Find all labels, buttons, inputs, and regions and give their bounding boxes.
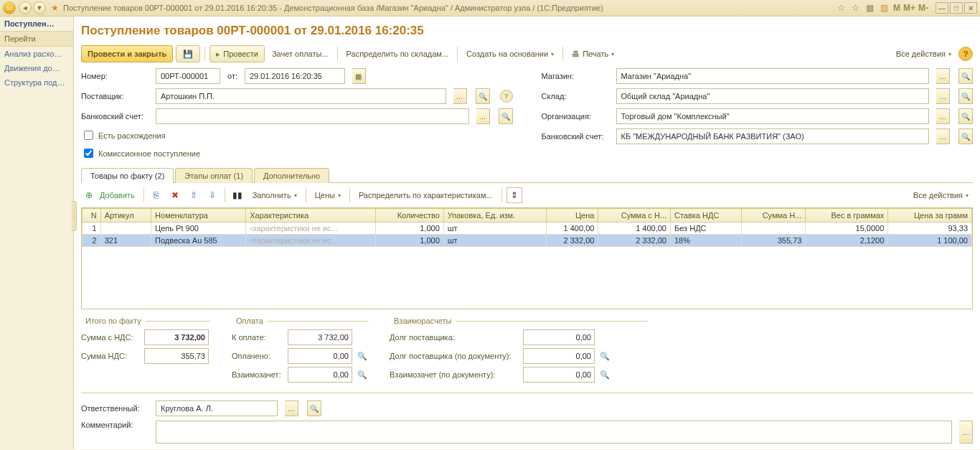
bank2-open-button[interactable]: 🔍 [958,128,973,144]
fav-icon[interactable]: ☆ [836,2,847,14]
store-field[interactable] [616,68,930,84]
sidebar-item-receipt[interactable]: Поступлен… [0,17,73,31]
app-logo[interactable]: 1c [3,1,16,14]
bank-account-field[interactable] [156,108,469,124]
label-has-discrepancy: Есть расхождения [98,131,166,140]
calc-icon[interactable]: ▦ [864,2,876,14]
comment-expand-button[interactable]: … [959,421,973,444]
nav-back-button[interactable]: ◄ [19,1,32,14]
sidebar-item-analysis[interactable]: Анализ расхо… [0,47,73,61]
fav2-icon[interactable]: ☆ [850,2,862,14]
sidebar-collapse-handle[interactable]: ⋮ [72,201,77,231]
table-row[interactable]: 1Цепь Pt 900‹характеристики не ис...1,00… [83,222,972,235]
col-header[interactable]: N [83,209,101,222]
supplier-hint-icon[interactable]: ? [500,90,513,103]
tab-extra[interactable]: Дополнительно [254,168,329,183]
move-up-button[interactable]: ⇧ [186,187,202,203]
store-select-button[interactable]: … [936,68,950,84]
move-down-button[interactable]: ⇩ [204,187,220,203]
bank2-select-button[interactable]: … [936,128,950,144]
bank-account2-field[interactable] [616,128,930,144]
tab-goods[interactable]: Товары по факту (2) [81,168,174,183]
offset-doc-detail-icon[interactable]: 🔍 [599,369,611,380]
paid-detail-icon[interactable]: 🔍 [357,350,368,362]
label-bank-account2: Банковский счет: [542,132,609,141]
bank-select-button[interactable]: … [476,108,490,124]
legend-settle: Взаиморасчеты [390,317,456,325]
date-field[interactable] [245,68,345,84]
org-field[interactable] [616,108,930,124]
value-sum-nds: 355,73 [144,348,209,364]
supplier-open-button[interactable]: 🔍 [476,88,490,104]
org-select-button[interactable]: … [936,108,950,124]
sidebar: Поступлен… Перейти Анализ расхо… Движени… [0,17,74,449]
delete-row-button[interactable]: ✖ [167,187,183,203]
responsible-open-button[interactable]: 🔍 [307,400,321,416]
barcode-button[interactable]: ▮▮ [230,187,245,203]
post-button[interactable]: ▸Провести [209,45,265,62]
warehouse-open-button[interactable]: 🔍 [958,88,973,104]
col-header[interactable]: Ставка НДС [671,209,742,222]
post-and-close-button[interactable]: Провести и закрыть [81,45,173,62]
has-discrepancy-checkbox[interactable] [84,131,93,140]
close-button[interactable]: ✕ [964,2,977,14]
all-actions-button[interactable]: Все действия▾ [892,46,956,62]
expand-button[interactable]: ⇕ [507,187,522,203]
supplier-field[interactable] [156,88,446,104]
commission-checkbox[interactable] [84,149,93,158]
store-open-button[interactable]: 🔍 [958,68,973,84]
distribute-chars-button[interactable]: Распределить по характеристикам... [354,187,497,203]
distribute-button[interactable]: Распределить по складам... [342,46,453,62]
label-debt: Долг поставщика: [390,333,519,342]
sidebar-item-movements[interactable]: Движения до… [0,61,73,75]
col-header[interactable]: Номенклатура [151,209,246,222]
debt-doc-detail-icon[interactable]: 🔍 [599,350,611,362]
offset-detail-icon[interactable]: 🔍 [357,369,368,380]
add-row-label[interactable]: Добавить [100,187,139,203]
col-header[interactable]: Упаковка, Ед. изм. [443,209,546,222]
col-header[interactable]: Количество [375,209,443,222]
help-button[interactable]: ? [958,47,973,61]
content-area: Поступление товаров 00РТ-000001 от 29.01… [74,17,980,449]
maximize-button[interactable]: □ [950,2,963,14]
goods-grid[interactable]: NАртикулНоменклатураХарактеристикаКоличе… [81,207,973,309]
org-open-button[interactable]: 🔍 [958,108,973,124]
responsible-field[interactable] [156,400,278,416]
label-warehouse: Склад: [542,92,609,100]
offset-button[interactable]: Зачет оплаты... [268,46,333,62]
create-based-button[interactable]: Создать на основании▾ [462,46,558,62]
number-field[interactable] [156,68,220,84]
table-row[interactable]: 2321Подвеска Au 585‹характеристики не ис… [83,235,972,247]
sidebar-item-structure[interactable]: Структура под… [0,75,73,90]
m-minus-button[interactable]: M- [918,3,928,13]
supplier-select-button[interactable]: … [453,88,467,104]
m-button[interactable]: M [893,3,900,13]
m-plus-button[interactable]: M+ [903,3,915,13]
tab-payments[interactable]: Этапы оплат (1) [175,168,253,183]
grid-all-actions-button[interactable]: Все действия▾ [909,187,973,203]
print-button[interactable]: 🖶Печать▾ [567,46,618,62]
nav-fwd-button[interactable]: ▼ [33,1,46,14]
col-header[interactable]: Характеристика [246,209,376,222]
col-header[interactable]: Сумма Н... [742,209,806,222]
bank-open-button[interactable]: 🔍 [499,108,513,124]
warehouse-field[interactable] [616,88,930,104]
copy-row-button[interactable]: ⎘ [149,187,164,203]
calendar-icon[interactable]: ▥ [879,2,890,14]
warehouse-select-button[interactable]: … [936,88,950,104]
col-header[interactable]: Цена за грамм [888,209,972,222]
responsible-select-button[interactable]: … [285,400,298,416]
col-header[interactable]: Цена [546,209,598,222]
prices-button[interactable]: Цены▾ [311,187,345,203]
date-picker-button[interactable]: ▦ [352,68,366,84]
star-icon[interactable]: ★ [49,2,60,14]
col-header[interactable]: Вес в граммах [806,209,888,222]
col-header[interactable]: Сумма с Н... [598,209,671,222]
col-header[interactable]: Артикул [100,209,151,222]
minimize-button[interactable]: — [936,2,948,14]
save-button[interactable]: 💾 [176,45,200,62]
comment-field[interactable] [156,421,952,444]
add-row-button[interactable]: ⊕ [81,187,97,203]
totals-section: Итого по факту Сумма с НДС:3 732,00 Сумм… [81,317,973,385]
fill-button[interactable]: Заполнить▾ [248,187,301,203]
